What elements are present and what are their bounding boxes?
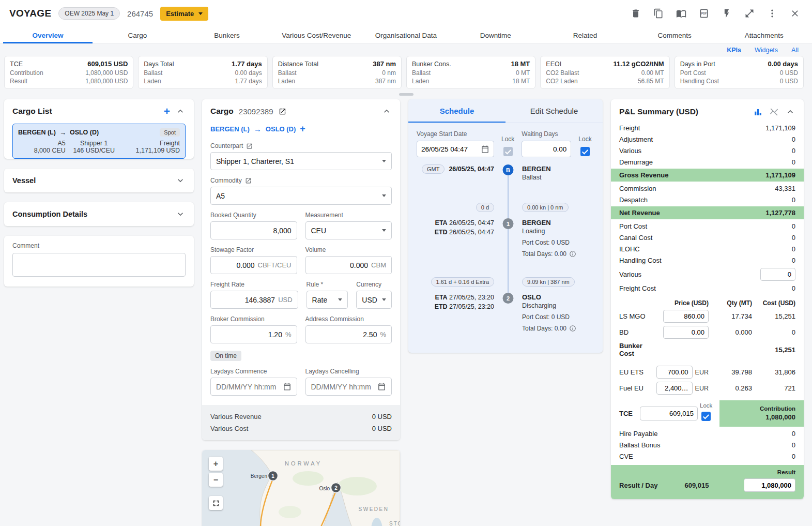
pnl-value-commission: 43,331 [775,185,795,192]
map-fullscreen-button[interactable] [209,496,223,510]
commodity-select[interactable]: A5 [210,187,392,205]
rule-select[interactable]: Rate [307,291,348,309]
map-marker-oslo[interactable]: 2 [331,483,341,493]
bar-chart-icon[interactable] [753,107,763,117]
fullscreen-button[interactable] [742,6,757,21]
commodity-label-text: Commodity [210,177,242,184]
ledger-button[interactable] [673,6,689,21]
tab-cargo[interactable]: Cargo [93,27,182,43]
ls-mgo-price-input[interactable] [663,310,709,323]
broker-commission-input[interactable] [216,330,282,339]
panel-resize-handle[interactable] [399,93,413,96]
freight-rate-label: Freight Rate [210,281,244,288]
counterpart-select[interactable]: Shipper 1, Charterer, S1 [210,152,392,170]
zoom-in-button[interactable]: + [209,457,223,471]
pnl-label-cve: CVE [619,453,633,460]
svg-text:PDF: PDF [701,12,708,15]
tab-schedule[interactable]: Schedule [408,99,505,123]
fuel-eu-price-input[interactable] [656,382,693,395]
tab-downtime[interactable]: Downtime [451,27,540,43]
open-in-new-icon[interactable] [246,143,253,149]
export-pdf-button[interactable]: PDF [696,6,712,21]
schedule-tab-bar: Schedule Edit Schedule [408,99,603,123]
currency-select[interactable]: USD [356,291,392,309]
timezone-chip[interactable]: GMT [422,164,445,174]
load-port-link[interactable]: BERGEN (L) [210,125,250,133]
tab-bunkers[interactable]: Bunkers [182,27,271,43]
voyage-start-input[interactable] [421,145,478,153]
collapse-chevron-up-icon[interactable] [785,107,795,117]
tab-overview[interactable]: Overview [3,27,93,43]
cargo-amount: 1,171,109 USD [119,147,180,154]
calendar-icon[interactable] [377,382,386,391]
map-canvas[interactable]: NORWAY SWEDEN STOC North Sea Bergen Oslo… [202,450,400,526]
result-total-input[interactable] [744,478,795,492]
timeline-node-1[interactable]: 1 [503,218,514,229]
kpi-label: Bunker Cons. [412,59,451,69]
calendar-icon[interactable] [481,145,489,154]
bunker-grade-label: BD [619,328,647,336]
tce-input[interactable] [640,407,698,420]
line-chart-icon[interactable] [769,107,779,117]
zoom-out-button[interactable]: − [209,473,223,487]
map-marker-bergen[interactable]: 1 [268,471,278,481]
voyage-start-lock-checkbox[interactable] [503,147,513,156]
map-label-bergen: Bergen [251,473,267,479]
kpi-label: Laden [412,77,429,85]
copy-button[interactable] [651,6,666,21]
tce-lock-checkbox[interactable] [701,412,711,421]
estimate-dropdown-button[interactable]: Estimate [160,7,208,21]
freight-rate-input[interactable] [216,296,275,304]
kpi-link-widgets[interactable]: Widgets [755,47,778,54]
more-options-button[interactable] [764,6,780,21]
expand-chevron-down-icon[interactable] [175,175,186,186]
chevron-down-icon [338,298,342,301]
volume-input[interactable] [311,261,369,269]
close-button[interactable] [787,6,803,21]
contribution-band: Contribution 1,080,000 [719,400,804,427]
info-icon[interactable] [569,325,576,332]
calendar-icon[interactable] [283,382,292,391]
tab-attachments[interactable]: Attachments [719,27,809,43]
bd-price-input[interactable] [663,326,709,339]
expand-chevron-down-icon[interactable] [175,209,186,219]
stowage-factor-input[interactable] [216,261,255,269]
tab-various-cost-revenue[interactable]: Various Cost/Revenue [272,27,361,43]
tab-edit-schedule[interactable]: Edit Schedule [505,99,603,123]
timeline-node-2[interactable]: 2 [503,293,514,304]
timeline-node-ballast-start[interactable]: B [503,164,514,175]
booked-quantity-input[interactable] [216,227,292,235]
kebab-menu-icon [767,8,777,19]
laydays-cancelling-input[interactable] [311,383,375,391]
info-icon[interactable] [569,250,576,258]
add-cargo-button[interactable]: + [164,107,170,116]
freight-rate-field: USD [210,291,298,309]
tab-organisational-data[interactable]: Organisational Data [361,27,451,43]
waiting-days-input[interactable] [526,145,566,153]
measurement-select[interactable]: CEU [305,221,392,239]
address-commission-input[interactable] [311,330,377,339]
kpi-link-all[interactable]: All [791,47,799,54]
add-port-button[interactable]: + [300,124,305,133]
cargo-list-item[interactable]: BERGEN (L) → OSLO (D) Spot A5 Shipper 1 … [12,124,186,159]
actions-button[interactable] [719,6,734,21]
kpi-label: Days in Port [680,59,715,69]
collapse-chevron-up-icon[interactable] [381,106,392,116]
collapse-chevron-up-icon[interactable] [175,106,186,116]
stop-port-name: BERGEN [522,218,595,227]
various-cost-input[interactable] [760,268,795,281]
waiting-days-lock-checkbox[interactable] [580,147,590,156]
delete-button[interactable] [628,6,644,21]
tab-related[interactable]: Related [540,27,630,43]
open-in-new-icon[interactable] [279,108,286,115]
pnl-value-despatch: 0 [792,196,795,204]
comment-input[interactable] [12,253,186,277]
open-in-new-icon[interactable] [245,177,252,184]
pnl-label-canal-cost: Canal Cost [619,234,652,242]
tab-comments[interactable]: Comments [630,27,719,43]
eu-ets-price-input[interactable] [656,366,693,379]
laydays-commence-input[interactable] [216,383,280,391]
discharge-port-link[interactable]: OSLO (D) [266,125,296,133]
kpi-link-kpis[interactable]: KPIs [727,47,741,54]
version-chip[interactable]: OEW 2025 May 1 [58,7,120,20]
